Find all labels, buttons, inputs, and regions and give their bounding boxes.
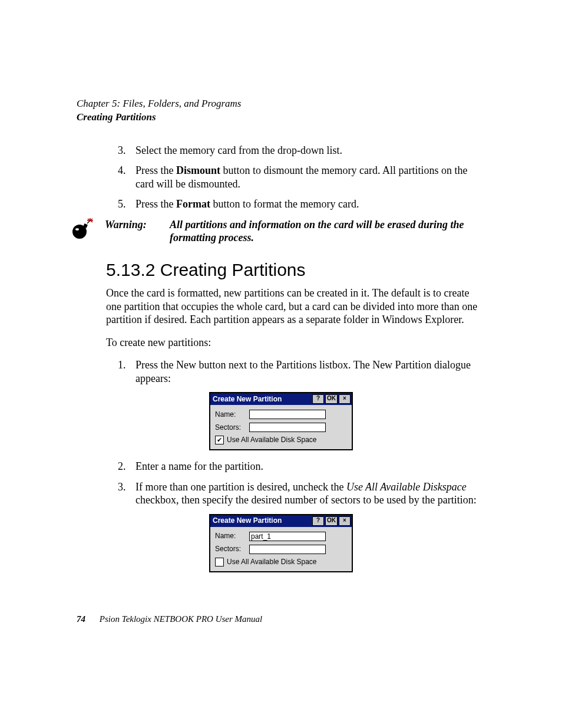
warning-label: Warning: bbox=[105, 218, 170, 232]
ok-button[interactable]: OK bbox=[325, 516, 338, 526]
svg-point-1 bbox=[75, 228, 79, 230]
help-button[interactable]: ? bbox=[312, 394, 324, 404]
sectors-input[interactable] bbox=[249, 545, 326, 554]
footer-text: Psion Teklogix NETBOOK PRO User Manual bbox=[100, 614, 263, 624]
close-button[interactable]: × bbox=[339, 516, 351, 526]
section-header: Creating Partitions bbox=[77, 111, 485, 123]
list-b: 1. Press the New button next to the Part… bbox=[118, 358, 485, 385]
warning-text: All partitions and information on the ca… bbox=[170, 218, 485, 245]
help-button[interactable]: ? bbox=[312, 516, 324, 526]
use-all-space-checkbox[interactable] bbox=[215, 558, 224, 566]
list-text: If more than one partition is desired, u… bbox=[135, 480, 485, 507]
list-a: 3. Select the memory card from the drop-… bbox=[118, 144, 485, 211]
dialog-create-partition-checked: Create New Partition ? OK × Name: Sector… bbox=[209, 392, 353, 450]
dialog-title: Create New Partition bbox=[213, 395, 311, 404]
dialog-create-partition-unchecked: Create New Partition ? OK × Name: Sector… bbox=[209, 514, 353, 572]
bomb-icon bbox=[71, 218, 98, 243]
list-b-cont: 2. Enter a name for the partition. 3. If… bbox=[118, 460, 485, 507]
sectors-label: Sectors: bbox=[215, 423, 249, 432]
list-text: Select the memory card from the drop-dow… bbox=[135, 144, 485, 157]
list-number: 5. bbox=[118, 197, 135, 211]
list-item: 5. Press the Format button to format the… bbox=[118, 197, 485, 211]
list-item: 3. If more than one partition is desired… bbox=[118, 480, 485, 507]
chapter-header: Chapter 5: Files, Folders, and Programs bbox=[77, 97, 485, 110]
list-number: 3. bbox=[118, 480, 135, 507]
page-number: 74 bbox=[77, 614, 85, 624]
dialog-titlebar: Create New Partition ? OK × bbox=[210, 393, 352, 405]
name-label: Name: bbox=[215, 532, 249, 541]
list-item: 3. Select the memory card from the drop-… bbox=[118, 144, 485, 157]
body-paragraph: To create new partitions: bbox=[106, 336, 485, 350]
close-button[interactable]: × bbox=[339, 394, 351, 404]
list-number: 3. bbox=[118, 144, 135, 157]
name-input[interactable] bbox=[249, 410, 326, 419]
name-label: Name: bbox=[215, 410, 249, 419]
sectors-input[interactable] bbox=[249, 423, 326, 432]
page-footer: 74 Psion Teklogix NETBOOK PRO User Manua… bbox=[77, 614, 262, 625]
name-input[interactable] bbox=[249, 532, 326, 541]
list-item: 2. Enter a name for the partition. bbox=[118, 460, 485, 473]
section-heading: 5.13.2 Creating Partitions bbox=[106, 259, 485, 281]
warning-block: Warning: All partitions and information … bbox=[71, 218, 485, 245]
list-number: 1. bbox=[118, 358, 135, 385]
list-item: 1. Press the New button next to the Part… bbox=[118, 358, 485, 385]
list-text: Press the New button next to the Partiti… bbox=[135, 358, 485, 385]
list-text: Press the Format button to format the me… bbox=[135, 197, 485, 211]
dialog-titlebar: Create New Partition ? OK × bbox=[210, 515, 352, 527]
list-number: 2. bbox=[118, 460, 135, 473]
list-text: Press the Dismount button to dismount th… bbox=[135, 164, 485, 190]
use-all-space-label: Use All Available Disk Space bbox=[227, 558, 317, 566]
ok-button[interactable]: OK bbox=[325, 394, 338, 404]
list-item: 4. Press the Dismount button to dismount… bbox=[118, 164, 485, 190]
use-all-space-checkbox[interactable]: ✔ bbox=[215, 436, 224, 444]
use-all-space-label: Use All Available Disk Space bbox=[227, 436, 317, 444]
list-text: Enter a name for the partition. bbox=[135, 460, 485, 473]
body-paragraph: Once the card is formatted, new partitio… bbox=[106, 286, 485, 327]
dialog-title: Create New Partition bbox=[213, 516, 311, 525]
list-number: 4. bbox=[118, 164, 135, 190]
sectors-label: Sectors: bbox=[215, 545, 249, 554]
